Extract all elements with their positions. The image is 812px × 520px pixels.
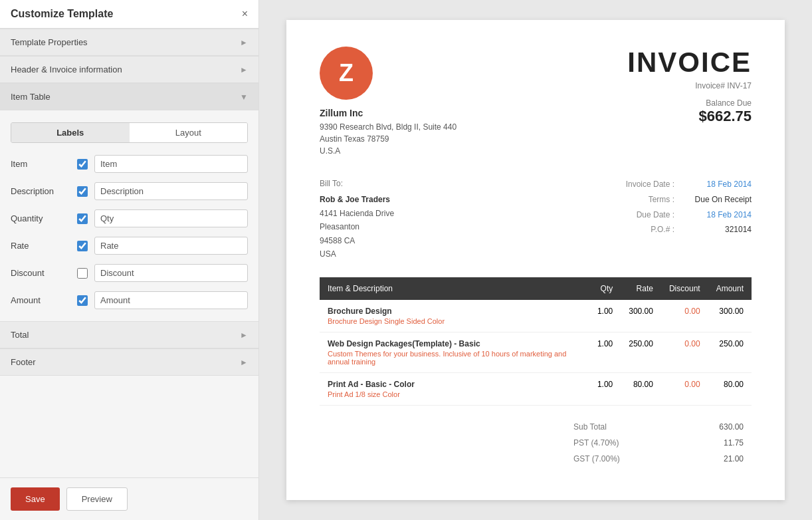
company-block: Z Zillum Inc 9390 Research Blvd, Bldg II… [320,47,457,157]
detail-label-invoice-date: Invoice Date : [626,177,674,192]
tab-layout[interactable]: Layout [130,123,248,142]
row1-qty: 1.00 [589,300,621,332]
chevron-right-icon: ► [240,358,248,367]
footer-section[interactable]: Footer ► [0,348,258,376]
input-amount[interactable] [94,291,248,309]
tab-labels[interactable]: Labels [11,123,130,142]
company-logo: Z [320,47,373,100]
company-address-line1: 9390 Research Blvd, Bldg II, Suite 440 [320,121,457,133]
total-section[interactable]: Total ► [0,321,258,348]
row3-rate: 80.00 [621,373,661,406]
template-properties-label: Template Properties [11,37,88,47]
row3-qty: 1.00 [589,373,621,406]
row2-item-desc: Custom Themes for your business. Inclusi… [328,350,581,366]
bill-to-label: Bill To: [320,177,394,190]
gst-value: 21.00 [724,454,744,463]
invoice-top: Z Zillum Inc 9390 Research Blvd, Bldg II… [320,47,752,157]
row1-discount: 0.00 [661,300,708,332]
pst-label: PST (4.70%) [573,438,619,448]
field-label-amount: Amount [11,295,77,305]
balance-due-label: Balance Due [627,98,752,108]
chevron-up-icon: ▼ [240,92,248,102]
panel-title: Customize Template [11,8,113,20]
save-button[interactable]: Save [11,487,60,511]
field-row-rate: Rate [0,233,258,259]
footer-label: Footer [11,357,36,367]
field-label-item: Item [11,159,77,169]
invoice-title: INVOICE [627,47,752,78]
totals-section: Sub Total 630.00 PST (4.70%) 11.75 GST (… [320,419,752,467]
input-rate[interactable] [94,237,248,255]
chevron-right-icon: ► [240,65,248,74]
row3-item-desc: Print Ad 1/8 size Color [328,390,581,398]
checkbox-description[interactable] [77,186,88,197]
invoice-number: Invoice# INV-17 [627,81,752,90]
invoice-number-label: Invoice# [695,81,725,90]
row2-amount: 250.00 [708,332,752,373]
input-discount[interactable] [94,264,248,282]
totals-row-pst: PST (4.70%) 11.75 [565,435,752,451]
col-header-item-description: Item & Description [320,277,589,300]
detail-row-terms: Terms : Due On Receipt [626,192,752,207]
pst-value: 11.75 [724,438,744,448]
row2-qty: 1.00 [589,332,621,373]
balance-due-amount: $662.75 [627,108,752,125]
company-name: Zillum Inc [320,108,457,118]
logo-letter: Z [339,59,354,87]
field-row-item: Item [0,151,258,177]
input-quantity[interactable] [94,209,248,227]
left-panel: Customize Template × Template Properties… [0,0,259,520]
row2-item: Web Design Packages(Template) - Basic Cu… [320,332,589,373]
col-header-amount: Amount [708,277,752,300]
bill-to-addr1: 4141 Hacienda Drive [320,207,394,220]
item-table-header[interactable]: Item Table ▼ [0,83,258,110]
checkbox-quantity[interactable] [77,213,88,224]
close-button[interactable]: × [242,8,248,20]
col-header-discount: Discount [661,277,708,300]
table-row: Print Ad - Basic - Color Print Ad 1/8 si… [320,373,752,406]
checkbox-item[interactable] [77,159,88,170]
row1-rate: 300.00 [621,300,661,332]
field-row-quantity: Quantity [0,205,258,231]
checkbox-amount[interactable] [77,295,88,306]
detail-row-due-date: Due Date : 18 Feb 2014 [626,207,752,223]
col-header-qty: Qty [589,277,621,300]
panel-title-bar: Customize Template × [0,0,258,29]
input-item[interactable] [94,155,248,173]
field-label-discount: Discount [11,268,77,278]
preview-button[interactable]: Preview [66,487,128,511]
row1-amount: 300.00 [708,300,752,332]
checkbox-discount[interactable] [77,268,88,279]
template-properties-section[interactable]: Template Properties ► [0,29,258,56]
company-address-line3: U.S.A [320,145,457,157]
subtotal-label: Sub Total [573,422,607,432]
header-invoice-label: Header & Invoice information [11,65,122,74]
tab-bar: Labels Layout [11,122,248,143]
table-row: Brochure Design Brochure Design Single S… [320,300,752,332]
checkbox-rate[interactable] [77,241,88,251]
bill-to-addr3: 94588 CA [320,234,394,247]
row3-item: Print Ad - Basic - Color Print Ad 1/8 si… [320,373,589,406]
item-table-section: Labels Layout Item Description Quantity … [0,110,258,321]
detail-value-invoice-date: 18 Feb 2014 [685,177,752,192]
gst-label: GST (7.00%) [573,454,620,463]
row3-amount: 80.00 [708,373,752,406]
detail-label-due-date: Due Date : [637,207,674,223]
field-label-description: Description [11,186,77,196]
field-row-description: Description [0,178,258,204]
detail-row-invoice-date: Invoice Date : 18 Feb 2014 [626,177,752,192]
totals-table: Sub Total 630.00 PST (4.70%) 11.75 GST (… [565,419,752,467]
row2-rate: 250.00 [621,332,661,373]
row3-item-name: Print Ad - Basic - Color [328,380,581,389]
input-description[interactable] [94,182,248,200]
bill-to-name: Rob & Joe Traders [320,193,394,206]
invoice-preview-panel: Z Zillum Inc 9390 Research Blvd, Bldg II… [259,0,812,520]
company-address-line2: Austin Texas 78759 [320,133,457,145]
detail-label-terms: Terms : [649,192,674,207]
row2-item-name: Web Design Packages(Template) - Basic [328,339,581,348]
table-row: Web Design Packages(Template) - Basic Cu… [320,332,752,373]
invoice-paper: Z Zillum Inc 9390 Research Blvd, Bldg II… [286,20,785,500]
totals-row-subtotal: Sub Total 630.00 [565,419,752,435]
item-table: Item & Description Qty Rate Discount Amo… [320,277,752,406]
header-invoice-section[interactable]: Header & Invoice information ► [0,56,258,83]
